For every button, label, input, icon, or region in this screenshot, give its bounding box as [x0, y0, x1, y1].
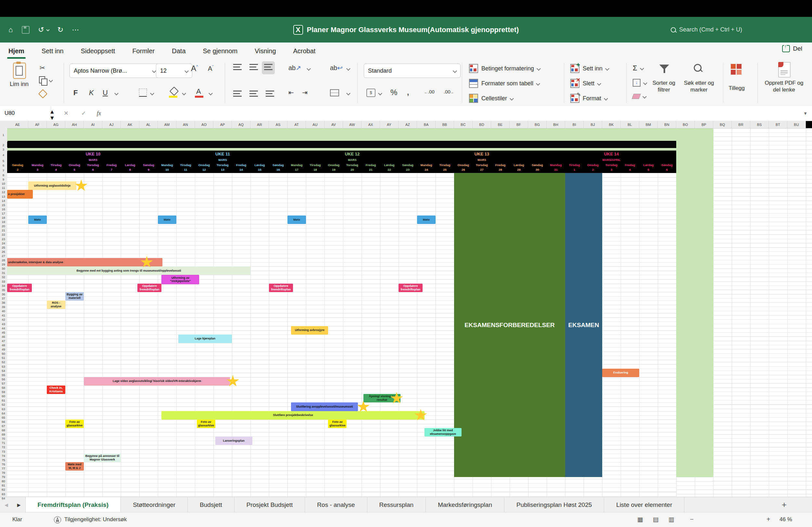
menu-tab-sett-inn[interactable]: Sett inn — [41, 46, 64, 56]
task-bar[interactable]: Sluttføring avopplevelsessti/museumssti — [291, 402, 358, 411]
zoom-out-icon[interactable]: − — [690, 516, 694, 523]
sheet-tab-budsjett[interactable]: Budsjett — [188, 497, 234, 512]
column-header-AG[interactable]: AG — [47, 121, 65, 129]
row-header-45[interactable]: 45 — [0, 330, 7, 334]
zoom-in-icon[interactable]: + — [767, 516, 770, 523]
task-bar[interactable]: Møte — [158, 215, 176, 224]
row-header-84[interactable]: 84 — [0, 496, 7, 500]
column-header-BA[interactable]: BA — [417, 121, 436, 129]
row-header-26[interactable]: 26 — [0, 250, 7, 254]
bold-button[interactable]: F — [73, 89, 78, 96]
row-header-82[interactable]: 82 — [0, 487, 7, 492]
milestone-star-icon[interactable] — [357, 401, 370, 413]
task-bar[interactable]: Åpning/ visning avresultat — [363, 394, 401, 402]
align-top-icon[interactable] — [233, 64, 242, 70]
row-header-4[interactable]: 4 — [0, 151, 7, 159]
font-color-icon[interactable]: A — [196, 88, 201, 95]
row-header-13[interactable]: 13 — [0, 194, 7, 199]
more-actions-icon[interactable]: ⋯ — [72, 26, 79, 33]
column-header-BE[interactable]: BE — [491, 121, 510, 129]
task-bar[interactable]: Foto avglassarkive — [197, 420, 215, 428]
row-header-23[interactable]: 23 — [0, 237, 7, 241]
row-header-10[interactable]: 10 — [0, 181, 7, 186]
insert-cells-button[interactable]: Sett inn — [570, 64, 609, 73]
paste-icon[interactable] — [13, 63, 26, 79]
column-header-AS[interactable]: AS — [269, 121, 288, 129]
milestone-star-icon[interactable] — [227, 375, 240, 388]
task-bar[interactable]: Møte — [288, 215, 306, 224]
row-header-70[interactable]: 70 — [0, 436, 7, 441]
row-header-76[interactable]: 76 — [0, 462, 7, 466]
task-bar[interactable]: Bygging avmateriell — [65, 292, 84, 301]
sheet-nav-next-icon[interactable]: ▶ — [13, 497, 25, 512]
decrease-indent-icon[interactable]: ⇤ — [288, 89, 294, 96]
row-header-52[interactable]: 52 — [0, 360, 7, 364]
row-header-6[interactable]: 6 — [0, 163, 7, 168]
row-header-41[interactable]: 41 — [0, 313, 7, 317]
wrap-text-dropdown-icon[interactable] — [346, 66, 350, 71]
column-header-AW[interactable]: AW — [343, 121, 362, 129]
column-header-AI[interactable]: AI — [84, 121, 102, 129]
row-header-59[interactable]: 59 — [0, 390, 7, 394]
row-header-49[interactable]: 49 — [0, 347, 7, 351]
task-bar[interactable]: Oppdaterefremdriftsplan — [398, 284, 423, 292]
milestone-star-icon[interactable] — [140, 256, 153, 268]
column-header-AU[interactable]: AU — [306, 121, 324, 129]
task-bar[interactable]: Foto avglassarkive — [65, 420, 84, 428]
normal-view-icon[interactable]: ▦ — [637, 516, 643, 523]
row-header-14[interactable]: 14 — [0, 199, 7, 203]
cut-icon[interactable]: ✂ — [40, 64, 45, 71]
addins-icon[interactable] — [731, 64, 742, 75]
merge-center-icon[interactable] — [330, 89, 339, 96]
orientation-icon[interactable]: ab↗ — [288, 64, 301, 71]
row-header-7[interactable]: 7 — [0, 168, 7, 173]
column-header-AR[interactable]: AR — [250, 121, 269, 129]
row-header-61[interactable]: 61 — [0, 398, 7, 402]
increase-font-icon[interactable]: A^ — [191, 64, 198, 72]
task-bar[interactable]: Begynne på annonser tilMagnor Glassverk — [84, 454, 121, 462]
task-bar[interactable]: Møte — [28, 215, 47, 224]
sheet-tab-fremdriftsplan-praksis-[interactable]: Fremdriftsplan (Praksis) — [25, 497, 121, 512]
row-header-42[interactable]: 42 — [0, 317, 7, 321]
row-header-80[interactable]: 80 — [0, 479, 7, 483]
accessibility-icon[interactable] — [54, 516, 61, 524]
column-header-AT[interactable]: AT — [288, 121, 306, 129]
format-as-table-button[interactable]: Formater som tabell — [469, 79, 539, 88]
row-header-78[interactable]: 78 — [0, 470, 7, 475]
find-select-icon[interactable] — [694, 64, 701, 72]
column-header-AZ[interactable]: AZ — [398, 121, 417, 129]
row-header-74[interactable]: 74 — [0, 454, 7, 458]
font-color-dropdown-icon[interactable] — [208, 91, 213, 95]
share-button[interactable]: Del — [782, 45, 802, 52]
borders-dropdown-icon[interactable] — [150, 91, 154, 95]
row-header-83[interactable]: 83 — [0, 492, 7, 496]
row-header-43[interactable]: 43 — [0, 322, 7, 326]
row-header-5[interactable]: 5 — [0, 159, 7, 163]
row-header-12[interactable]: 12 — [0, 190, 7, 194]
task-bar[interactable]: Møte medM, M & J — [65, 462, 84, 470]
row-header-67[interactable]: 67 — [0, 424, 7, 428]
accounting-dropdown-icon[interactable] — [378, 91, 382, 95]
column-header-BM[interactable]: BM — [639, 121, 658, 129]
fill-color-icon[interactable] — [170, 87, 179, 96]
column-header-BU[interactable]: BU — [787, 121, 806, 129]
task-bar[interactable]: Utforming avglasstidslinje — [28, 181, 76, 190]
format-cells-button[interactable]: Format — [570, 94, 607, 103]
row-header-3[interactable]: 3 — [0, 148, 7, 151]
task-bar[interactable]: Møte — [417, 215, 436, 224]
align-right-icon[interactable] — [266, 91, 274, 97]
paste-button[interactable]: Lim inn — [4, 81, 34, 88]
column-header-AO[interactable]: AO — [195, 121, 213, 129]
comma-style-icon[interactable]: , — [407, 87, 409, 96]
align-bottom-icon[interactable] — [264, 64, 273, 70]
column-header-AM[interactable]: AM — [158, 121, 176, 129]
column-header-BO[interactable]: BO — [676, 121, 695, 129]
fx-icon[interactable]: fx — [97, 106, 101, 120]
row-header-64[interactable]: 64 — [0, 411, 7, 416]
row-header-1[interactable]: 1 — [0, 128, 7, 141]
row-header-16[interactable]: 16 — [0, 207, 7, 211]
sheet-tab-ressursplan[interactable]: Ressursplan — [367, 497, 426, 512]
copy-dropdown-icon[interactable] — [49, 78, 53, 82]
column-header-AJ[interactable]: AJ — [102, 121, 121, 129]
row-header-65[interactable]: 65 — [0, 416, 7, 420]
